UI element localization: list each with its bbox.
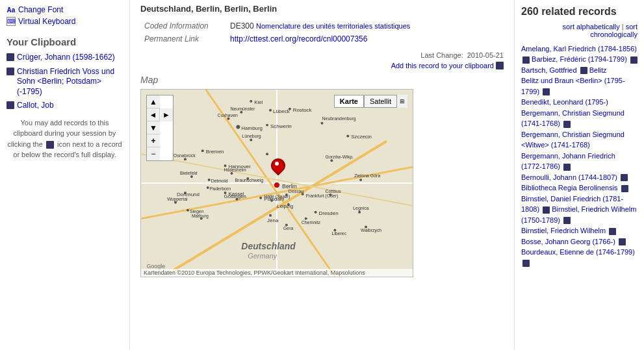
- svg-point-52: [358, 211, 361, 214]
- related-item-3[interactable]: Belitz: [589, 66, 607, 74]
- svg-point-64: [230, 172, 233, 175]
- map-container[interactable]: Berlin Potsdam Hamburg Bremen Hannover R: [140, 89, 413, 277]
- related-item-2[interactable]: Bartsch, Gottfried: [521, 66, 577, 74]
- related-clip-8: [563, 164, 571, 171]
- svg-point-76: [321, 122, 324, 125]
- svg-text:Deutschland: Deutschland: [241, 241, 296, 251]
- svg-text:Dessau: Dessau: [289, 189, 304, 194]
- clipboard-item-link-2[interactable]: Callot, Job: [17, 101, 54, 111]
- svg-text:Cottbus: Cottbus: [325, 189, 341, 194]
- virtual-keyboard-link[interactable]: ⌨ Virtual Keyboard: [6, 17, 123, 26]
- related-clip-11: [543, 206, 550, 214]
- map-pan-right-btn[interactable]: ►: [160, 108, 173, 121]
- related-clip-6: [563, 121, 571, 128]
- svg-text:Lübeck: Lübeck: [273, 108, 290, 114]
- related-item-5[interactable]: Benedikt, Leonhard (1795-): [521, 98, 608, 106]
- map-zoom-down-btn[interactable]: ▼: [147, 121, 160, 134]
- svg-text:Göttingen: Göttingen: [224, 194, 246, 199]
- related-clip-4: [543, 88, 550, 95]
- related-item-15[interactable]: Bourdeaux, Etienne de (1746-1799): [521, 248, 635, 256]
- location-header: Deutschland, Berlin, Berlin, Berlin: [140, 3, 504, 14]
- related-item-4[interactable]: Belitz und Braun <Berlin> (1795-1799): [521, 77, 625, 95]
- clipboard-item-link-0[interactable]: Crüger, Johann (1598-1662): [17, 53, 115, 63]
- clip-icon-2: [6, 101, 14, 109]
- font-icon: Aa: [6, 5, 16, 14]
- permanent-link-url[interactable]: http://cttest.cerl.org/record/cnl0000735…: [230, 34, 367, 44]
- related-item-10[interactable]: Bibliotheca Regia Berolinensis: [521, 184, 618, 192]
- map-footer: Kartendaten ©2010 Europa Technologies, P…: [141, 269, 413, 277]
- map-svg: Berlin Potsdam Hamburg Bremen Hannover R: [141, 90, 413, 277]
- clipboard-item-link-1[interactable]: Christian Friedrich Voss und Sohn <Berli…: [17, 67, 123, 97]
- svg-point-46: [329, 194, 331, 196]
- permanent-link-value: http://cttest.cerl.org/record/cnl0000735…: [227, 33, 502, 45]
- svg-point-66: [208, 179, 211, 181]
- coded-info-desc-link[interactable]: Nomenclature des unités territoriales st…: [256, 22, 410, 30]
- map-type-karte-btn[interactable]: Karte: [334, 95, 364, 108]
- related-item-9[interactable]: Bernoulli, Johann (1744-1807): [521, 173, 617, 181]
- svg-point-74: [269, 109, 272, 112]
- svg-text:Bremen: Bremen: [206, 149, 224, 155]
- svg-point-24: [346, 135, 349, 138]
- coded-info-code: DE300: [230, 21, 254, 31]
- svg-text:Hamburg: Hamburg: [241, 125, 263, 131]
- change-font-label[interactable]: Change Font: [18, 5, 63, 14]
- svg-text:Neubrandenburg: Neubrandenburg: [322, 116, 356, 121]
- map-pan-left-btn[interactable]: ◄: [147, 108, 160, 121]
- map-footer-text: Kartendaten ©2010 Europa Technologies, P…: [144, 269, 365, 276]
- clipboard-inline-icon: [46, 141, 54, 149]
- map-location-pin: [271, 158, 283, 174]
- svg-text:Kiel: Kiel: [254, 99, 263, 105]
- map-type-buttons: Karte Satellit ⊞: [334, 95, 407, 108]
- clipboard-section: Your Clipboard Crüger, Johann (1598-1662…: [6, 36, 123, 160]
- svg-text:Paderborn: Paderborn: [210, 186, 231, 191]
- related-clip-15: [522, 260, 530, 267]
- related-item-1[interactable]: Barbiez, Frédéric (1794-1799): [532, 55, 627, 63]
- svg-text:Zielona Góra: Zielona Góra: [354, 173, 380, 178]
- sort-alphabetically-link[interactable]: sort alphabetically: [563, 23, 620, 31]
- svg-point-42: [270, 199, 273, 202]
- svg-text:Marburg: Marburg: [192, 214, 209, 219]
- svg-point-12: [259, 197, 262, 199]
- svg-point-38: [330, 159, 333, 162]
- permanent-link-label: Permanent Link: [142, 33, 226, 45]
- svg-point-87: [187, 209, 189, 212]
- coded-info-value: DE300 Nomenclature des unités territoria…: [227, 20, 502, 32]
- map-section: Map: [140, 75, 504, 277]
- map-expand-btn[interactable]: ⊞: [397, 95, 407, 108]
- coded-info-row: Coded Information DE300 Nomenclature des…: [142, 20, 502, 32]
- related-clip-0: [522, 56, 530, 64]
- add-clipboard-link[interactable]: Add this record to your clipboard: [140, 62, 504, 69]
- last-change-row: Last Change: 2010-05-21: [140, 51, 504, 59]
- main-content: Deutschland, Berlin, Berlin, Berlin Code…: [130, 0, 514, 350]
- svg-point-48: [359, 179, 362, 181]
- change-font-link[interactable]: Aa Change Font: [6, 5, 123, 14]
- related-item-14[interactable]: Bosse, Johann Georg (1766-): [521, 238, 615, 245]
- svg-point-72: [250, 100, 252, 103]
- related-clip-1: [630, 56, 638, 64]
- related-clip-2: [580, 67, 587, 74]
- map-zoom-out-btn[interactable]: −: [147, 147, 160, 160]
- clipboard-item-0[interactable]: Crüger, Johann (1598-1662): [6, 53, 123, 63]
- related-item-7[interactable]: Bergemann, Christian Siegmund <Witwe> (1…: [521, 131, 625, 149]
- keyboard-icon: ⌨: [6, 17, 16, 26]
- related-clip-14: [619, 238, 626, 245]
- related-item-13[interactable]: Birnstiel, Friedrich Wilhelm: [521, 227, 606, 234]
- related-item-0[interactable]: Amelang, Karl Friedrich (1784-1856): [521, 45, 637, 53]
- svg-point-78: [227, 118, 230, 120]
- info-table: Coded Information DE300 Nomenclature des…: [140, 19, 504, 46]
- last-change-value: 2010-05-21: [467, 51, 504, 59]
- map-zoom-up-btn[interactable]: ▲: [147, 95, 160, 108]
- related-clip-12: [563, 217, 571, 224]
- map-type-satellit-btn[interactable]: Satellit: [364, 95, 397, 108]
- virtual-keyboard-label[interactable]: Virtual Keyboard: [18, 17, 76, 26]
- svg-point-44: [285, 194, 288, 196]
- related-item-6[interactable]: Bergemann, Christian Siegmund (1741-1768…: [521, 109, 625, 128]
- right-panel: 260 related records sort alphabetically …: [514, 0, 644, 350]
- coded-info-desc: Nomenclature des unités territoriales st…: [256, 22, 410, 30]
- svg-text:Cuxhaven: Cuxhaven: [218, 113, 238, 118]
- clipboard-item-2[interactable]: Callot, Job: [6, 101, 123, 111]
- map-zoom-in-btn[interactable]: +: [147, 134, 160, 147]
- clipboard-item-1[interactable]: Christian Friedrich Voss und Sohn <Berli…: [6, 67, 123, 97]
- svg-text:Rostock: Rostock: [293, 107, 312, 113]
- add-clipboard-text[interactable]: Add this record to your clipboard: [391, 62, 494, 69]
